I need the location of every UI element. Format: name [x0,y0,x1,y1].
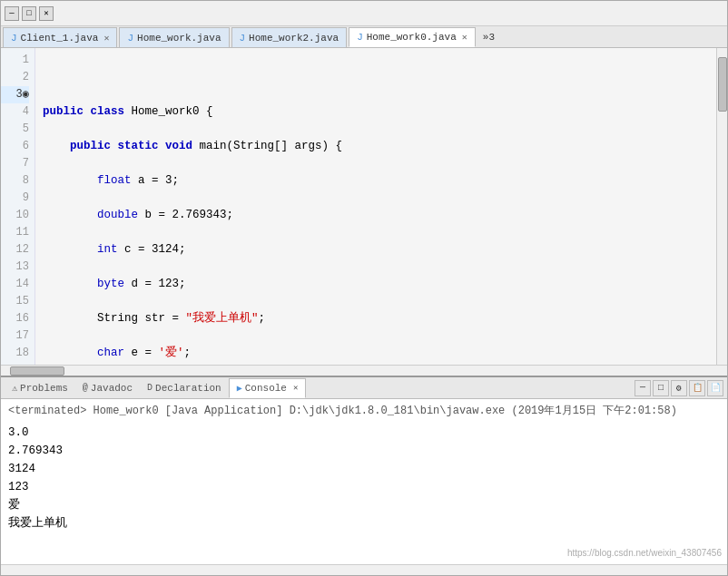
tab-label: Home_work0.java [367,32,457,43]
javadoc-label: Javadoc [91,383,133,394]
tab-label: Home_work2.java [249,33,339,44]
code-line-3: public static void main(String[] args) { [43,138,709,155]
tab-client1[interactable]: J Client_1.java ✕ [3,27,117,47]
line-num-16: 16 [1,310,29,327]
close-button[interactable]: ✕ [39,6,54,21]
declaration-icon: D [147,383,152,393]
line-num-2: 2 [1,69,29,86]
tab-homework2[interactable]: J Home_work2.java [231,27,348,47]
code-line-5: double b = 2.769343; [43,207,709,224]
code-line-8: String str = "我爱上单机"; [43,310,709,327]
tab-icon: J [11,33,17,44]
code-line-2: public class Home_work0 { [43,103,709,121]
line-num-6: 6 [1,138,29,155]
scrollbar-thumb[interactable] [718,57,727,112]
panel-tab-console[interactable]: ▶ Console ✕ [229,378,307,398]
tab-close-icon[interactable]: ✕ [103,33,109,44]
editor-wrapper: 1 2 3◉ 4 5 6 7 8 9 10 11 12 13 14 15 16 … [1,48,727,376]
line-num-5: 5 [1,121,29,138]
maximize-panel-button[interactable]: □ [653,380,669,396]
line-numbers: 1 2 3◉ 4 5 6 7 8 9 10 11 12 13 14 15 16 … [1,48,35,365]
line-num-12: 12 [1,241,29,259]
tab-close-icon[interactable]: ✕ [462,32,467,43]
line-num-14: 14 [1,276,29,293]
tab-label: Home_work.java [137,33,221,44]
panel-tab-declaration[interactable]: D Declaration [140,378,229,398]
code-editor[interactable]: public class Home_work0 { public static … [35,48,716,365]
code-line-1 [43,69,709,86]
javadoc-icon: @ [83,383,88,393]
tab-homework[interactable]: J Home_work.java [119,27,229,47]
console-icon: ▶ [237,383,242,394]
line-num-7: 7 [1,155,29,172]
settings-panel-button[interactable]: ⚙ [671,380,687,396]
console-close-icon[interactable]: ✕ [293,383,298,393]
line-num-13: 13 [1,259,29,276]
line-num-4: 4 [1,103,29,121]
minimize-button[interactable]: ─ [5,6,19,21]
console-label: Console [245,383,287,394]
code-line-4: float a = 3; [43,172,709,190]
line-num-8: 8 [1,172,29,190]
maximize-button[interactable]: □ [22,6,36,21]
line-num-11: 11 [1,224,29,241]
panel-tab-javadoc[interactable]: @ Javadoc [75,378,140,398]
console-status-line: <terminated> Home_work0 [Java Applicatio… [8,403,720,420]
panel-tab-bar: ⚠ Problems @ Javadoc D Declaration ▶ Con… [1,377,727,399]
code-line-6: int c = 3124; [43,241,709,259]
line-num-18: 18 [1,345,29,362]
panel-tab-problems[interactable]: ⚠ Problems [5,378,75,398]
watermark: https://blog.csdn.net/weixin_43807456 [567,546,722,561]
tab-label: Client_1.java [21,33,99,44]
title-bar: ─ □ ✕ [1,1,727,26]
panel-toolbar: ─ □ ⚙ 📋 📄 [635,380,723,396]
tab-icon: J [127,33,133,44]
line-num-17: 17 [1,327,29,345]
console-horizontal-scrollbar[interactable] [1,564,727,575]
code-line-9: char e = '爱'; [43,345,709,362]
line-num-15: 15 [1,293,29,310]
bottom-panel: ⚠ Problems @ Javadoc D Declaration ▶ Con… [1,376,727,575]
line-num-3: 3◉ [1,86,29,103]
minimize-panel-button[interactable]: ─ [635,380,651,396]
main-window: ─ □ ✕ J Client_1.java ✕ J Home_work.java… [0,0,728,576]
copy-panel-button[interactable]: 📋 [689,380,705,396]
editor-horizontal-scrollbar[interactable] [1,365,727,376]
console-content: <terminated> Home_work0 [Java Applicatio… [1,399,727,564]
tab-overflow-button[interactable]: »3 [477,27,500,47]
code-line-7: byte d = 123; [43,276,709,293]
line-num-9: 9 [1,190,29,207]
line-num-10: 10 [1,207,29,224]
line-num-1: 1 [1,52,29,69]
window-controls: ─ □ ✕ [5,6,54,21]
editor-tab-bar: J Client_1.java ✕ J Home_work.java J Hom… [1,26,727,48]
h-scrollbar-thumb[interactable] [10,366,64,376]
editor-vertical-scrollbar[interactable] [716,48,727,365]
tab-homework0[interactable]: J Home_work0.java ✕ [349,27,476,47]
tab-icon: J [240,33,246,44]
problems-label: Problems [20,383,68,394]
tab-icon: J [357,32,363,43]
console-output: 3.0 2.769343 3124 123 爱 我爱上单机 [8,424,720,532]
editor-main: 1 2 3◉ 4 5 6 7 8 9 10 11 12 13 14 15 16 … [1,48,727,365]
clear-panel-button[interactable]: 📄 [707,380,723,396]
declaration-label: Declaration [155,383,221,394]
problems-icon: ⚠ [12,383,17,394]
